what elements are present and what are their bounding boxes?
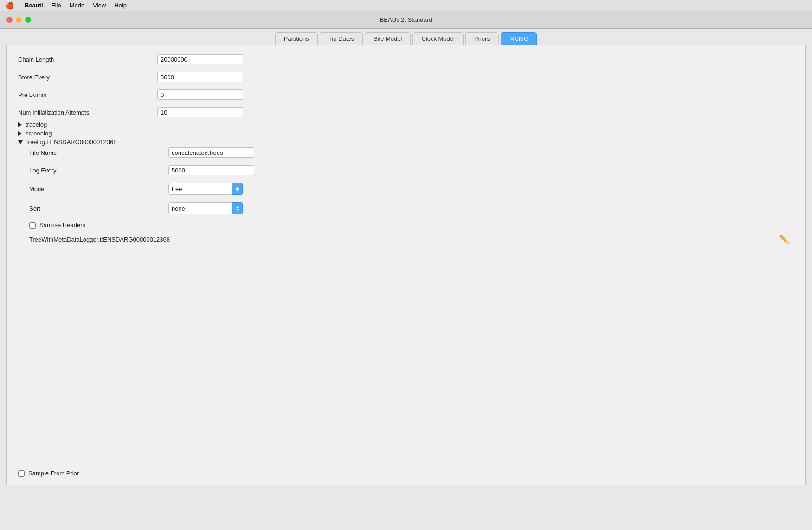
window-title: BEAUti 2: Standard — [380, 16, 432, 23]
num-init-row: Num Initialization Attempts — [18, 107, 794, 117]
menubar: 🍎 Beauti File Mode View Help — [0, 0, 812, 11]
sort-dropdown-wrapper: none ascending descending — [168, 202, 243, 214]
tab-priors[interactable]: Priors — [465, 32, 499, 45]
pre-burnin-row: Pre Burnin — [18, 89, 794, 100]
tracelog-row[interactable]: tracelog — [18, 121, 794, 128]
sanitise-checkbox[interactable] — [29, 222, 36, 229]
minimize-button[interactable] — [16, 17, 22, 23]
menu-help[interactable]: Help — [114, 2, 127, 9]
mode-select[interactable]: tree compound autodetect — [168, 183, 243, 195]
mode-stepper-up-icon — [236, 187, 239, 189]
treelog-section: treelog.t:ENSDARG00000012368 File Name L… — [18, 139, 794, 244]
window-controls — [6, 17, 31, 23]
sample-from-prior-section: Sample From Prior — [18, 470, 79, 477]
sort-stepper[interactable] — [232, 202, 243, 214]
sanitise-label: Sanitise Headers — [39, 222, 85, 229]
pre-burnin-label: Pre Burnin — [18, 91, 157, 98]
log-every-input[interactable] — [168, 165, 254, 175]
file-name-row: File Name — [29, 147, 794, 158]
apple-menu[interactable]: 🍎 — [6, 1, 14, 10]
maximize-button[interactable] — [25, 17, 31, 23]
tab-site-model[interactable]: Site Model — [365, 32, 411, 45]
treelog-row[interactable]: treelog.t:ENSDARG00000012368 — [18, 139, 794, 146]
mode-stepper-down-icon — [236, 189, 239, 191]
pre-burnin-input[interactable] — [157, 89, 243, 100]
tabbar: Partitions Tip Dates Site Model Clock Mo… — [0, 29, 812, 45]
main-content: Chain Length Store Every Pre Burnin Num … — [6, 45, 806, 485]
logger-text-row: TreeWithMetaDataLogger.t:ENSDARG00000012… — [29, 234, 794, 244]
edit-icon[interactable]: ✏️ — [779, 234, 789, 244]
sort-select[interactable]: none ascending descending — [168, 202, 243, 214]
sample-from-prior-label: Sample From Prior — [28, 470, 79, 477]
store-every-input[interactable] — [157, 72, 243, 82]
tab-tip-dates[interactable]: Tip Dates — [320, 32, 363, 45]
chain-length-input[interactable] — [157, 54, 243, 64]
logger-text: TreeWithMetaDataLogger.t:ENSDARG00000012… — [29, 236, 170, 243]
titlebar: BEAUti 2: Standard — [0, 11, 812, 29]
sort-stepper-down-icon — [236, 209, 239, 211]
treelog-label: treelog.t:ENSDARG00000012368 — [26, 139, 116, 146]
store-every-label: Store Every — [18, 74, 157, 81]
sanitise-row: Sanitise Headers — [29, 222, 794, 229]
sort-stepper-up-icon — [236, 206, 239, 208]
menu-file[interactable]: File — [52, 2, 61, 9]
tracelog-label: tracelog — [26, 121, 47, 128]
tracelog-arrow-icon — [18, 122, 22, 127]
log-every-label: Log Every — [29, 167, 168, 174]
sort-label: Sort — [29, 205, 168, 212]
mode-dropdown-wrapper: tree compound autodetect — [168, 183, 243, 195]
app-name: Beauti — [25, 2, 43, 9]
chain-length-label: Chain Length — [18, 56, 157, 63]
treelog-arrow-icon — [18, 140, 23, 144]
mode-stepper[interactable] — [232, 183, 243, 195]
log-every-row: Log Every — [29, 165, 794, 175]
screenlog-label: screenlog — [26, 130, 52, 137]
sample-from-prior-checkbox[interactable] — [18, 470, 25, 477]
num-init-label: Num Initialization Attempts — [18, 109, 157, 116]
chain-length-row: Chain Length — [18, 54, 794, 64]
tab-partitions[interactable]: Partitions — [275, 32, 318, 45]
sort-row: Sort none ascending descending — [29, 202, 794, 214]
close-button[interactable] — [6, 17, 13, 23]
tab-mcmc[interactable]: MCMC — [501, 32, 537, 45]
store-every-row: Store Every — [18, 72, 794, 82]
screenlog-arrow-icon — [18, 131, 22, 136]
file-name-label: File Name — [29, 149, 168, 156]
tab-clock-model[interactable]: Clock Model — [412, 32, 464, 45]
menu-view[interactable]: View — [93, 2, 106, 9]
treelog-content: File Name Log Every Mode tree compound a… — [18, 147, 794, 244]
file-name-input[interactable] — [168, 147, 254, 158]
mode-label: Mode — [29, 185, 168, 192]
mode-row: Mode tree compound autodetect — [29, 183, 794, 195]
num-init-input[interactable] — [157, 107, 243, 117]
menu-mode[interactable]: Mode — [70, 2, 85, 9]
screenlog-row[interactable]: screenlog — [18, 130, 794, 137]
